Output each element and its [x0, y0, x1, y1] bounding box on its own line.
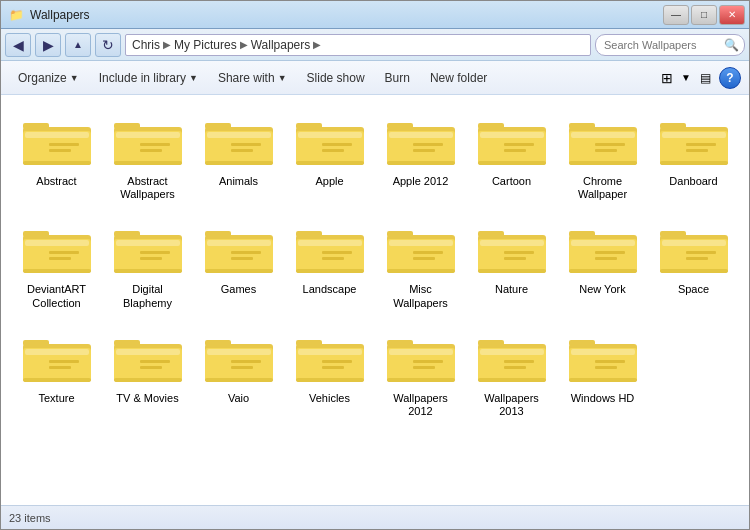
maximize-button[interactable]: □ — [691, 5, 717, 25]
forward-button[interactable]: ▶ — [35, 33, 61, 57]
folder-item[interactable]: Abstract — [13, 105, 100, 205]
folder-item[interactable]: Wallpapers 2013 — [468, 322, 555, 422]
folder-label: Windows HD — [571, 392, 635, 405]
svg-rect-13 — [114, 161, 182, 165]
svg-rect-69 — [114, 269, 182, 273]
folder-icon — [21, 109, 93, 173]
folder-item[interactable]: Abstract Wallpapers — [104, 105, 191, 205]
help-button[interactable]: ? — [719, 67, 741, 89]
svg-rect-24 — [298, 132, 362, 138]
folder-item[interactable]: Wallpapers 2012 — [377, 322, 464, 422]
folder-item[interactable]: Nature — [468, 213, 555, 313]
up-button[interactable]: ▲ — [65, 33, 91, 57]
folder-label: DeviantART Collection — [17, 283, 96, 309]
folder-item[interactable]: Cartoon — [468, 105, 555, 205]
preview-pane-button[interactable]: ▤ — [693, 66, 717, 90]
svg-rect-109 — [686, 251, 716, 254]
new-folder-button[interactable]: New folder — [421, 65, 496, 91]
svg-rect-153 — [478, 378, 546, 382]
svg-rect-118 — [23, 378, 91, 382]
svg-rect-143 — [389, 349, 453, 355]
folder-icon — [294, 217, 366, 281]
folder-icon — [476, 109, 548, 173]
svg-rect-111 — [660, 269, 728, 273]
folder-item[interactable]: DeviantART Collection — [13, 213, 100, 313]
svg-rect-95 — [504, 251, 534, 254]
svg-rect-59 — [25, 240, 89, 246]
svg-rect-158 — [595, 360, 625, 363]
svg-rect-19 — [231, 149, 253, 152]
folder-item[interactable]: Animals — [195, 105, 282, 205]
search-wrapper: 🔍 — [595, 34, 745, 56]
svg-rect-75 — [231, 257, 253, 260]
folder-item[interactable]: Misc Wallpapers — [377, 213, 464, 313]
folder-item[interactable]: Vehicles — [286, 322, 373, 422]
folder-icon — [567, 326, 639, 390]
organize-arrow: ▼ — [70, 73, 79, 83]
svg-rect-73 — [207, 240, 271, 246]
svg-rect-61 — [49, 257, 71, 260]
svg-rect-33 — [413, 149, 435, 152]
folder-item[interactable]: Chrome Wallpaper — [559, 105, 646, 205]
svg-rect-20 — [205, 161, 273, 165]
folder-icon-title: 📁 — [9, 8, 24, 22]
folder-item[interactable]: New York — [559, 213, 646, 313]
folder-item[interactable]: Texture — [13, 322, 100, 422]
search-icon: 🔍 — [724, 38, 739, 52]
breadcrumb-my-pictures[interactable]: My Pictures — [174, 38, 237, 52]
breadcrumb-arrow-1: ▶ — [163, 39, 171, 50]
svg-rect-6 — [23, 161, 91, 165]
folder-item[interactable]: Danboard — [650, 105, 737, 205]
svg-rect-32 — [413, 143, 443, 146]
folder-icon — [385, 109, 457, 173]
folder-icon — [203, 109, 275, 173]
svg-rect-123 — [140, 360, 170, 363]
folder-icon — [112, 109, 184, 173]
svg-rect-27 — [296, 161, 364, 165]
back-button[interactable]: ◀ — [5, 33, 31, 57]
share-label: Share with — [218, 71, 275, 85]
folder-item[interactable]: Windows HD — [559, 322, 646, 422]
svg-rect-137 — [322, 360, 352, 363]
folder-icon — [21, 326, 93, 390]
views-button[interactable]: ⊞ — [655, 66, 679, 90]
folder-icon — [294, 326, 366, 390]
svg-rect-97 — [478, 269, 546, 273]
title-bar: 📁 Wallpapers — □ ✕ — [1, 1, 749, 29]
folder-label: Games — [221, 283, 256, 296]
share-with-button[interactable]: Share with ▼ — [209, 65, 296, 91]
folder-label: Space — [678, 283, 709, 296]
folder-item[interactable]: Games — [195, 213, 282, 313]
folder-label: Abstract — [36, 175, 76, 188]
slideshow-button[interactable]: Slide show — [298, 65, 374, 91]
burn-button[interactable]: Burn — [376, 65, 419, 91]
address-breadcrumb[interactable]: Chris ▶ My Pictures ▶ Wallpapers ▶ — [125, 34, 591, 56]
window-controls: — □ ✕ — [663, 5, 745, 25]
svg-rect-117 — [49, 366, 71, 369]
folder-item[interactable]: Digital Blaphemy — [104, 213, 191, 313]
organize-button[interactable]: Organize ▼ — [9, 65, 88, 91]
svg-rect-101 — [571, 240, 635, 246]
close-button[interactable]: ✕ — [719, 5, 745, 25]
breadcrumb-chris[interactable]: Chris — [132, 38, 160, 52]
folder-item[interactable]: Space — [650, 213, 737, 313]
library-arrow: ▼ — [189, 73, 198, 83]
refresh-button[interactable]: ↻ — [95, 33, 121, 57]
views-arrow[interactable]: ▼ — [681, 72, 691, 83]
folder-label: TV & Movies — [116, 392, 178, 405]
folder-item[interactable]: Apple — [286, 105, 373, 205]
folder-icon — [21, 217, 93, 281]
breadcrumb-wallpapers[interactable]: Wallpapers — [251, 38, 311, 52]
svg-rect-150 — [480, 349, 544, 355]
minimize-button[interactable]: — — [663, 5, 689, 25]
search-input[interactable] — [595, 34, 745, 56]
svg-rect-146 — [387, 378, 455, 382]
toolbar: Organize ▼ Include in library ▼ Share wi… — [1, 61, 749, 95]
folder-label: Vehicles — [309, 392, 350, 405]
folder-item[interactable]: Apple 2012 — [377, 105, 464, 205]
folder-label: Apple 2012 — [393, 175, 449, 188]
folder-item[interactable]: Landscape — [286, 213, 373, 313]
folder-item[interactable]: TV & Movies — [104, 322, 191, 422]
folder-item[interactable]: Vaio — [195, 322, 282, 422]
include-library-button[interactable]: Include in library ▼ — [90, 65, 207, 91]
